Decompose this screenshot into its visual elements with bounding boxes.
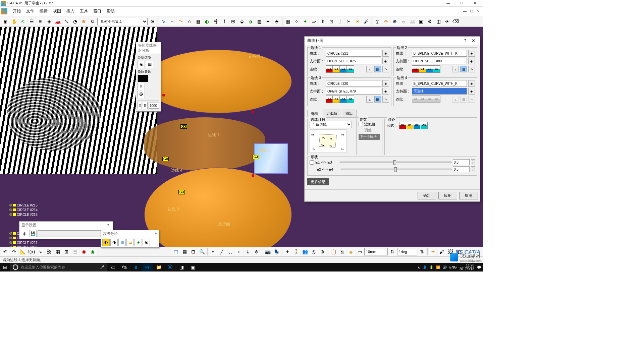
curve2-input[interactable]: B_SPLINE_CURVE_WITH_K xyxy=(412,50,467,57)
tool-curve3-icon[interactable]: ⎌ xyxy=(185,17,194,25)
display-save-icon[interactable]: 💾 xyxy=(29,230,37,237)
picker-icon[interactable]: ◈ xyxy=(382,88,389,95)
mdi-restore[interactable]: ❐ xyxy=(468,9,475,13)
vertex-marker[interactable] xyxy=(252,174,254,177)
top-surface[interactable] xyxy=(144,50,292,113)
tray-ime[interactable]: ENG xyxy=(449,265,457,269)
spin-buttons[interactable]: ▲▼ xyxy=(471,166,475,172)
opt1-icon[interactable]: ⟁ xyxy=(452,66,459,72)
distance-input[interactable] xyxy=(364,248,388,255)
stripe-dir2-icon[interactable]: ⭗ xyxy=(138,91,145,98)
spin-buttons[interactable]: ▲▼ xyxy=(471,159,475,165)
tool-patch-icon[interactable]: ⬘ xyxy=(273,17,281,25)
tool-part-icon[interactable]: ▣ xyxy=(417,17,425,25)
tray-wifi-icon[interactable]: 📶 xyxy=(436,265,440,269)
tray-battery-icon[interactable]: 🔋 xyxy=(429,265,433,269)
tool-car-icon[interactable]: 🚗 xyxy=(54,17,62,25)
shade-icon[interactable]: ▦ xyxy=(180,248,189,256)
tool-fill-icon[interactable]: ▦ xyxy=(194,17,202,25)
edge-icon[interactable]: e xyxy=(130,263,142,272)
tool-connect-icon[interactable]: ∫ xyxy=(336,17,344,25)
isophote-title[interactable]: 等照度线映射分析 xyxy=(136,42,161,54)
people-icon[interactable]: 👥 xyxy=(301,248,309,256)
continuity1-buttons[interactable]: G0G1G2G3 xyxy=(326,65,354,73)
misc2-icon[interactable]: ⊕ xyxy=(318,248,326,256)
tray-chevron-icon[interactable]: ∧ xyxy=(418,265,420,269)
maximize-button[interactable]: ☐ xyxy=(455,0,468,7)
light-type-icon[interactable]: ◉ xyxy=(138,61,145,68)
opt1-icon[interactable]: ⟁ xyxy=(366,96,373,103)
measure-icon[interactable]: 📐 xyxy=(19,248,27,256)
tool-eraser-icon[interactable]: ⌫ xyxy=(452,17,460,25)
tool-draft-icon[interactable]: ◫ xyxy=(434,17,442,25)
e24-slider[interactable] xyxy=(341,169,451,170)
tool-match-icon[interactable]: 〜 xyxy=(177,17,185,25)
stripe-dir1-icon[interactable]: ⭘ xyxy=(138,83,145,90)
pattern-icon[interactable]: ▦ xyxy=(146,61,153,68)
tool-catalog-icon[interactable]: 📖 xyxy=(408,17,416,25)
continuity-label-g3[interactable]: G3 xyxy=(253,155,259,159)
tray-time[interactable]: 11:28 xyxy=(460,263,475,267)
continuity-label-g3[interactable]: G3 xyxy=(178,190,185,194)
seat-icon[interactable]: 💺 xyxy=(272,248,280,256)
project-icon[interactable]: ⤓ xyxy=(244,248,252,256)
tool-iso-icon[interactable]: ≋ xyxy=(80,17,88,25)
tool-spiral-icon[interactable]: ◉ xyxy=(1,17,9,25)
tool-blend-icon[interactable]: ◐ xyxy=(203,17,211,25)
opt3-icon[interactable]: ∿ xyxy=(468,66,475,72)
menu-window[interactable]: 窗口 xyxy=(91,8,104,14)
picker-icon[interactable]: ◈ xyxy=(382,50,389,57)
copy-icon[interactable]: ⎘ xyxy=(338,248,346,256)
picker-icon[interactable]: ◈ xyxy=(468,58,475,64)
menu-edit[interactable]: 编辑 xyxy=(37,8,50,14)
curve-icon[interactable]: ∿ xyxy=(36,248,44,256)
tool-bump-icon[interactable]: ⬗ xyxy=(247,17,255,25)
point-tool-icon[interactable]: • xyxy=(209,248,217,256)
close-icon[interactable]: ▾ xyxy=(106,223,111,228)
advanced-analysis-panel[interactable]: 高级分析▾ ◐ ◑ ▥ ▤ ◈ ◉ xyxy=(101,230,159,248)
tab-output[interactable]: 输出 xyxy=(342,110,357,117)
opt1-icon[interactable]: ⟁ xyxy=(366,66,373,72)
color-icon[interactable]: ◉ xyxy=(80,248,88,256)
tool-net-icon[interactable]: ▨ xyxy=(255,17,263,25)
store-icon[interactable]: 🛍 xyxy=(119,263,130,272)
tool-hand-icon[interactable]: ✋ xyxy=(10,17,18,25)
task-view-icon[interactable]: ▭ xyxy=(107,263,119,272)
photoshop-icon[interactable]: Ps xyxy=(142,263,153,272)
continuity-label-g0[interactable]: G0 xyxy=(162,157,169,161)
tool-control-icon[interactable]: ⊡ xyxy=(327,17,335,25)
tool-loft-icon[interactable]: ⬙ xyxy=(238,17,246,25)
opt2-icon[interactable]: ▦ xyxy=(460,66,467,72)
tray-people-icon[interactable]: 👤 xyxy=(423,265,427,269)
ok-icon[interactable]: ⇧ xyxy=(138,102,142,109)
vertex-marker[interactable] xyxy=(162,94,165,97)
person-icon[interactable]: 🚶 xyxy=(292,248,300,256)
close-button[interactable]: ✕ xyxy=(468,0,482,7)
circle-tool-icon[interactable]: ○ xyxy=(235,248,243,256)
continuity-label-g3[interactable]: G3 xyxy=(180,124,187,129)
opt2-icon[interactable]: ▦ xyxy=(374,96,381,103)
tool-compass-icon[interactable]: ✦ xyxy=(301,17,309,25)
display-mode-icon[interactable]: ◎ xyxy=(21,230,28,237)
menu-file[interactable]: 文件 xyxy=(23,8,37,14)
spin-icon[interactable]: ⇅ xyxy=(418,248,426,256)
catia-taskbar-icon[interactable]: ▣ xyxy=(187,263,199,272)
display-combo[interactable] xyxy=(38,230,111,237)
misc1-icon[interactable]: ◎ xyxy=(310,248,318,256)
tool-section-icon[interactable]: ✂ xyxy=(345,17,353,25)
ie-icon[interactable]: ⓔ xyxy=(164,263,176,272)
opt3-icon[interactable]: ∿ xyxy=(382,96,389,103)
tray-volume-icon[interactable]: 🔊 xyxy=(443,265,447,269)
stripe-count-input[interactable] xyxy=(149,103,159,109)
tool-misc1-icon[interactable]: ※ xyxy=(148,17,156,25)
stripe-color-icon[interactable] xyxy=(138,75,148,82)
tool-guide-icon[interactable]: ⇞ xyxy=(319,17,327,25)
tool-sweep-icon[interactable]: ⌇ xyxy=(220,17,228,25)
notification-icon[interactable]: 💬 xyxy=(477,265,481,269)
zoom-icon[interactable]: 🔍 xyxy=(198,248,206,256)
view-icon[interactable]: ◈ xyxy=(347,248,355,256)
curve1-input[interactable]: CIRCLE #221 xyxy=(326,50,381,57)
list-icon[interactable]: ☰ xyxy=(71,248,79,256)
continuity3-buttons[interactable]: G0G1G2G3 xyxy=(326,96,354,103)
support4-input[interactable]: 无选择 xyxy=(412,88,467,95)
